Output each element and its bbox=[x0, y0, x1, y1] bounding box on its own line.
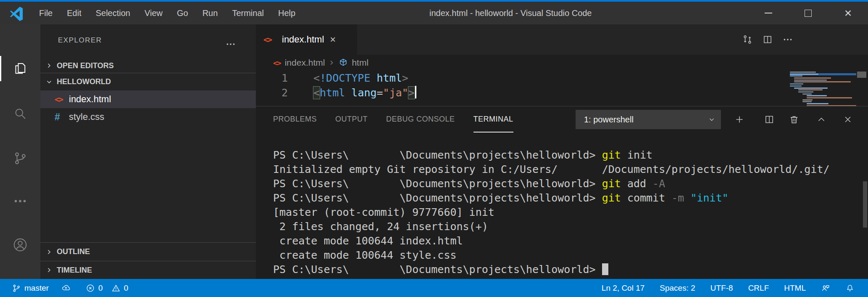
breadcrumb-file[interactable]: index.html bbox=[285, 58, 325, 68]
encoding[interactable]: UTF-8 bbox=[710, 284, 733, 293]
css-file-icon: # bbox=[55, 111, 69, 123]
editor-tab-bar: <> index.html × bbox=[256, 24, 868, 55]
code-editor[interactable]: 1<!DOCTYPE html>2<html lang="ja"> bbox=[256, 71, 868, 106]
source-control-icon[interactable] bbox=[0, 146, 40, 171]
breadcrumb-symbol[interactable]: html bbox=[352, 58, 368, 68]
cursor-position[interactable]: Ln 2, Col 17 bbox=[602, 284, 644, 293]
panel-tab-terminal[interactable]: TERMINAL bbox=[473, 106, 513, 133]
close-button[interactable]: × bbox=[828, 2, 868, 24]
section-outline[interactable]: OUTLINE bbox=[40, 242, 256, 261]
file-name-label: style.css bbox=[69, 111, 104, 122]
tab-close-icon[interactable]: × bbox=[330, 34, 336, 45]
chevron-right-icon bbox=[46, 62, 53, 69]
split-terminal-icon[interactable] bbox=[763, 113, 776, 126]
chevron-down-icon bbox=[46, 79, 53, 85]
feedback-icon bbox=[821, 284, 830, 293]
breadcrumb: <> index.html html bbox=[256, 55, 868, 71]
terminal-line-7: create mode 100644 index.html bbox=[273, 234, 830, 248]
close-icon: × bbox=[844, 7, 852, 19]
menu-go[interactable]: Go bbox=[170, 8, 195, 18]
terminal-line-1: PS C:\Users\ \Documents\projects\hellowo… bbox=[273, 148, 830, 162]
more-actions-icon[interactable] bbox=[782, 34, 793, 45]
menu-edit[interactable]: Edit bbox=[60, 8, 88, 18]
terminal-line-8: create mode 100644 style.css bbox=[273, 248, 830, 263]
window-title: index.html - helloworld - Visual Studio … bbox=[429, 2, 592, 24]
minimize-button[interactable] bbox=[748, 2, 788, 24]
html-file-icon: <> bbox=[273, 58, 281, 67]
new-terminal-icon[interactable] bbox=[733, 113, 746, 126]
section-timeline[interactable]: TIMELINE bbox=[40, 261, 256, 279]
close-panel-icon[interactable] bbox=[842, 113, 854, 126]
indentation[interactable]: Spaces: 2 bbox=[660, 284, 695, 293]
open-changes-icon[interactable] bbox=[742, 34, 753, 45]
terminal-output[interactable]: PS C:\Users\ \Documents\projects\hellowo… bbox=[273, 148, 830, 277]
split-editor-icon[interactable] bbox=[762, 34, 773, 45]
section-folder[interactable]: HELLOWORLD bbox=[40, 73, 256, 90]
file-index-html[interactable]: <>index.html bbox=[40, 90, 256, 108]
chevron-right-icon bbox=[46, 249, 53, 255]
language-mode[interactable]: HTML bbox=[784, 284, 806, 293]
status-left: master 0 0 bbox=[0, 284, 128, 293]
maximize-button[interactable] bbox=[788, 2, 828, 24]
terminal-line-3: PS C:\Users\ \Documents\projects\hellowo… bbox=[273, 177, 830, 191]
sync-button[interactable] bbox=[61, 284, 71, 293]
symbol-cube-icon bbox=[338, 58, 352, 68]
menu-run[interactable]: Run bbox=[195, 8, 225, 18]
menu-file[interactable]: File bbox=[32, 8, 60, 18]
chevron-right-icon bbox=[325, 59, 338, 66]
warning-icon bbox=[111, 284, 121, 293]
timeline-label: TIMELINE bbox=[57, 266, 92, 275]
panel-tab-debug-console[interactable]: DEBUG CONSOLE bbox=[386, 106, 455, 133]
minimap-lines bbox=[790, 72, 856, 106]
text-cursor bbox=[415, 86, 416, 98]
title-bar: FileEditSelectionViewGoRunTerminalHelp i… bbox=[0, 2, 868, 24]
activity-bar bbox=[0, 24, 40, 279]
explorer-icon[interactable] bbox=[0, 56, 40, 81]
html-file-icon: <> bbox=[55, 95, 69, 104]
status-bar: master 0 0 Ln 2, Col 17 Spaces: 2 UTF-8 … bbox=[0, 279, 868, 297]
panel: PROBLEMSOUTPUTDEBUG CONSOLETERMINAL 1: p… bbox=[256, 106, 868, 279]
git-branch-icon bbox=[12, 284, 21, 293]
section-open-editors[interactable]: OPEN EDITORS bbox=[40, 57, 256, 74]
menu-selection[interactable]: Selection bbox=[89, 8, 137, 18]
search-icon[interactable] bbox=[0, 101, 40, 126]
panel-tabs: PROBLEMSOUTPUTDEBUG CONSOLETERMINAL bbox=[273, 106, 513, 133]
code-line-2: 2<html lang="ja"> bbox=[256, 85, 868, 100]
eol-sequence[interactable]: CRLF bbox=[748, 284, 769, 293]
panel-tab-output[interactable]: OUTPUT bbox=[335, 106, 368, 133]
open-editors-label: OPEN EDITORS bbox=[57, 61, 114, 70]
notifications-button[interactable] bbox=[845, 284, 855, 293]
feedback-button[interactable] bbox=[821, 284, 830, 293]
tab-index-html[interactable]: <> index.html × bbox=[256, 24, 357, 55]
explorer-sidebar: EXPLORER OPEN EDITORS HELLOWORLD <>index… bbox=[40, 24, 256, 279]
window-controls: × bbox=[748, 2, 868, 24]
terminal-line-4: PS C:\Users\ \Documents\projects\hellowo… bbox=[273, 191, 830, 205]
terminal-cursor bbox=[602, 263, 608, 275]
explorer-more-actions-icon[interactable] bbox=[225, 39, 236, 50]
tab-label: index.html bbox=[282, 34, 324, 45]
panel-tab-problems[interactable]: PROBLEMS bbox=[273, 106, 317, 133]
file-style-css[interactable]: #style.css bbox=[40, 108, 256, 126]
terminal-shell-select[interactable]: 1: powershell bbox=[576, 110, 721, 129]
menu-help[interactable]: Help bbox=[271, 8, 302, 18]
status-right: Ln 2, Col 17 Spaces: 2 UTF-8 CRLF HTML bbox=[602, 284, 868, 293]
outline-label: OUTLINE bbox=[57, 247, 90, 256]
terminal-scrollbar[interactable] bbox=[863, 181, 867, 228]
terminal-line-2: Initialized empty Git repository in C:/U… bbox=[273, 162, 830, 177]
menu-terminal[interactable]: Terminal bbox=[225, 8, 271, 18]
account-icon[interactable] bbox=[0, 232, 40, 257]
menu-view[interactable]: View bbox=[137, 8, 170, 18]
editor-scrollbar[interactable] bbox=[857, 72, 866, 78]
kill-terminal-trash-icon[interactable] bbox=[788, 113, 800, 126]
more-views-icon[interactable] bbox=[0, 188, 40, 214]
warning-count: 0 bbox=[124, 284, 129, 293]
minimap[interactable] bbox=[790, 72, 856, 109]
branch-status[interactable]: master bbox=[12, 284, 49, 293]
shell-select-value: 1: powershell bbox=[576, 115, 708, 125]
maximize-panel-icon[interactable] bbox=[815, 113, 828, 126]
terminal-line-6: 2 files changed, 24 insertions(+) bbox=[273, 220, 830, 234]
problems-status[interactable]: 0 0 bbox=[86, 284, 128, 293]
error-icon bbox=[86, 284, 95, 293]
vscode-logo-icon bbox=[9, 7, 24, 21]
chevron-right-icon bbox=[46, 267, 53, 273]
